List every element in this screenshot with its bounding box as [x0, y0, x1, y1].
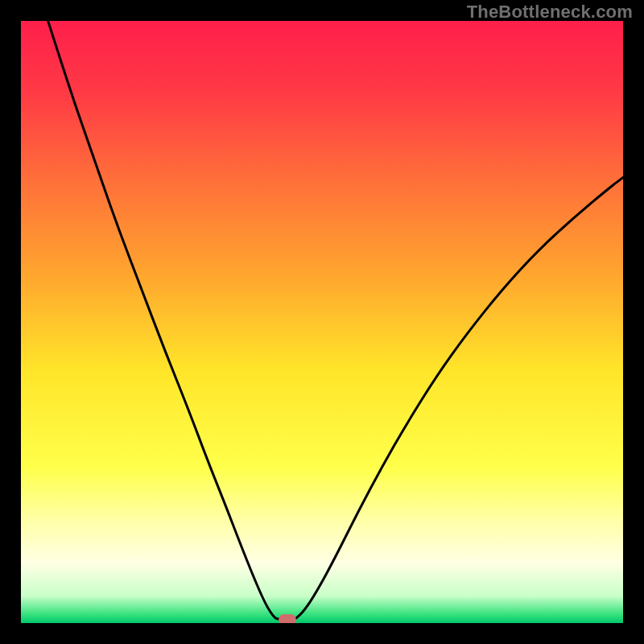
chart-svg	[21, 21, 623, 623]
gradient-background	[21, 21, 623, 623]
frame-background: TheBottleneck.com	[0, 0, 644, 644]
watermark: TheBottleneck.com	[467, 2, 633, 23]
plot-area	[21, 21, 623, 623]
optimum-marker	[279, 614, 296, 623]
